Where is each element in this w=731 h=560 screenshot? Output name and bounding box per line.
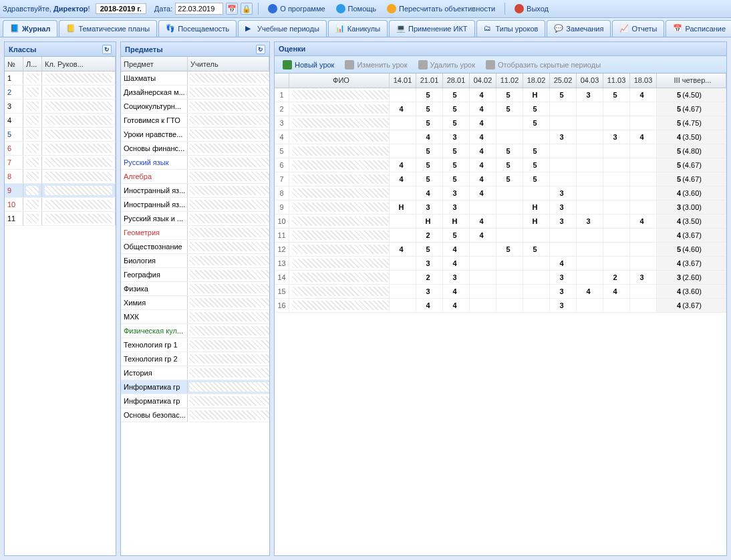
subject-row[interactable]: Технология гр 1 (121, 338, 269, 352)
date-input[interactable] (175, 3, 223, 15)
grade-cell[interactable] (630, 158, 657, 172)
grade-cell[interactable]: 3 (416, 285, 443, 298)
grade-cell[interactable]: 4 (443, 285, 470, 298)
subject-row[interactable]: История (121, 366, 269, 380)
grade-cell[interactable]: 2 (416, 229, 443, 242)
subject-row[interactable]: Социокультурн... (121, 100, 269, 114)
grade-cell[interactable] (577, 130, 603, 144)
grade-cell[interactable] (470, 299, 496, 312)
grade-cell[interactable]: Н (523, 88, 550, 102)
grade-cell[interactable] (603, 299, 630, 312)
grade-row[interactable]: 10НН4Н3344 (3.50) (275, 215, 726, 229)
grades-col-date[interactable]: 04.03 (577, 74, 603, 88)
grade-cell[interactable] (390, 186, 416, 200)
subject-row[interactable]: Основы финанс... (121, 142, 269, 156)
grade-cell[interactable] (577, 271, 603, 284)
grade-cell[interactable]: 5 (523, 243, 550, 256)
subject-row[interactable]: Дизайнерская м... (121, 86, 269, 100)
grade-cell[interactable] (523, 285, 550, 298)
grade-row[interactable]: 12454555 (4.60) (275, 243, 726, 257)
grade-cell[interactable] (577, 116, 603, 130)
grade-cell[interactable]: 5 (496, 88, 523, 102)
grade-cell[interactable] (470, 271, 496, 284)
classes-col-teacher[interactable]: Кл. Руков... (42, 57, 116, 71)
class-row[interactable]: 7 (5, 156, 116, 170)
grade-cell[interactable]: 5 (523, 172, 550, 186)
grade-cell[interactable] (630, 200, 657, 214)
grade-row[interactable]: 15343444 (3.60) (275, 285, 726, 299)
grade-cell[interactable]: Н (523, 200, 550, 214)
grade-row[interactable]: 133444 (3.67) (275, 257, 726, 271)
grade-cell[interactable]: 4 (577, 285, 603, 298)
grades-col-date[interactable]: 28.01 (443, 74, 470, 88)
grade-cell[interactable] (550, 229, 577, 242)
subject-row[interactable]: Физика (121, 282, 269, 296)
grade-cell[interactable]: 4 (443, 243, 470, 256)
classes-col-num[interactable]: № (5, 57, 23, 71)
grade-cell[interactable] (496, 116, 523, 130)
grade-cell[interactable] (603, 116, 630, 130)
class-row[interactable]: 5 (5, 128, 116, 142)
grade-cell[interactable]: 3 (443, 130, 470, 144)
grade-cell[interactable] (630, 243, 657, 256)
grade-cell[interactable]: 4 (470, 186, 496, 200)
tab-thematic[interactable]: 📒Тематические планы (59, 20, 157, 37)
tab-reports[interactable]: 📈Отчеты (612, 20, 664, 37)
subject-row[interactable]: Физическая кул... (121, 324, 269, 338)
grade-cell[interactable] (470, 285, 496, 298)
grade-cell[interactable]: 4 (416, 130, 443, 144)
grade-cell[interactable] (603, 243, 630, 256)
grade-cell[interactable] (550, 158, 577, 172)
grade-cell[interactable]: 4 (630, 215, 657, 228)
grade-cell[interactable]: 5 (443, 229, 470, 242)
grade-row[interactable]: 44343344 (3.50) (275, 130, 726, 144)
grade-cell[interactable] (390, 271, 416, 284)
grade-cell[interactable] (577, 158, 603, 172)
grade-cell[interactable]: 4 (390, 243, 416, 256)
subjects-col-teacher[interactable]: Учитель (188, 57, 269, 71)
tab-periods[interactable]: ▶Учебные периоды (238, 20, 327, 37)
grade-cell[interactable]: 5 (443, 158, 470, 172)
grade-cell[interactable]: 4 (470, 144, 496, 158)
grade-row[interactable]: 74554555 (4.67) (275, 172, 726, 186)
grade-cell[interactable]: 5 (443, 144, 470, 158)
tab-ikt[interactable]: 💻Применение ИКТ (389, 20, 474, 37)
grade-cell[interactable]: 5 (416, 88, 443, 102)
grade-cell[interactable]: 3 (577, 88, 603, 102)
grade-cell[interactable]: 4 (416, 186, 443, 200)
grade-cell[interactable] (603, 172, 630, 186)
grade-cell[interactable] (603, 200, 630, 214)
grade-cell[interactable]: 4 (470, 215, 496, 228)
grades-col-date[interactable]: 11.03 (603, 74, 630, 88)
subject-row[interactable]: Русский язык и ... (121, 212, 269, 226)
grade-cell[interactable] (630, 299, 657, 312)
grade-cell[interactable]: 4 (416, 299, 443, 312)
recalc-button[interactable]: Пересчитать объективности (383, 3, 499, 15)
grade-cell[interactable] (496, 130, 523, 144)
grade-cell[interactable]: 4 (630, 88, 657, 102)
calendar-icon[interactable]: 📅 (226, 3, 238, 15)
grade-cell[interactable] (550, 116, 577, 130)
class-row[interactable]: 1 (5, 72, 116, 86)
grade-cell[interactable]: 5 (496, 243, 523, 256)
grade-cell[interactable]: 5 (550, 88, 577, 102)
grades-col-date[interactable]: 14.01 (390, 74, 416, 88)
grades-col-date[interactable]: 18.03 (630, 74, 657, 88)
grade-cell[interactable]: 5 (496, 158, 523, 172)
grade-cell[interactable]: 5 (443, 102, 470, 116)
subject-row[interactable]: Химия (121, 296, 269, 310)
grade-cell[interactable] (390, 144, 416, 158)
grade-cell[interactable]: 4 (470, 116, 496, 130)
grade-cell[interactable] (630, 229, 657, 242)
tab-holidays[interactable]: 📊Каникулы (328, 20, 388, 37)
grade-cell[interactable] (550, 172, 577, 186)
grade-cell[interactable]: 5 (416, 144, 443, 158)
grades-col-date[interactable]: 18.02 (523, 74, 550, 88)
grade-cell[interactable] (577, 257, 603, 270)
grade-cell[interactable] (523, 186, 550, 200)
grade-cell[interactable] (577, 243, 603, 256)
grade-cell[interactable] (630, 186, 657, 200)
grade-cell[interactable] (577, 299, 603, 312)
grade-cell[interactable]: Н (416, 215, 443, 228)
subject-row[interactable]: Уроки нравстве... (121, 128, 269, 142)
